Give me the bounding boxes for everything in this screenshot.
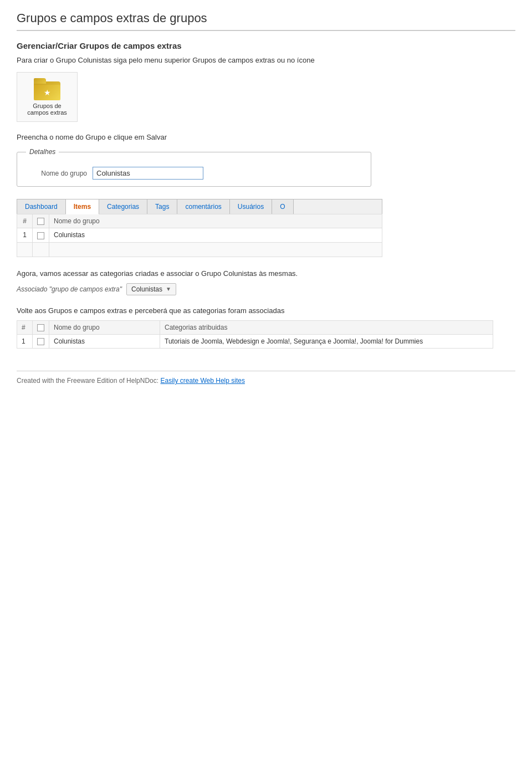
description-1: Para criar o Grupo Colunistas siga pelo … bbox=[17, 56, 515, 64]
col2-num-header: # bbox=[17, 320, 33, 334]
row-checkbox[interactable] bbox=[37, 232, 44, 239]
col-num-header: # bbox=[17, 214, 33, 228]
fieldset-legend: Detalhes bbox=[26, 148, 59, 156]
form-row: Nome do grupo bbox=[26, 167, 362, 180]
table-row: 1 Colunistas bbox=[17, 228, 382, 242]
section1-title: Gerenciar/Criar Grupos de campos extras bbox=[17, 41, 515, 50]
footer-text: Created with the Freeware Edition of Hel… bbox=[17, 377, 160, 385]
table-row-2: 1 Colunistas Tutoriais de Joomla, Webdes… bbox=[17, 334, 493, 348]
form-label: Nome do grupo bbox=[26, 170, 87, 177]
assoc-label: Associado "grupo de campos extra" bbox=[17, 285, 122, 293]
col2-name-header: Nome do grupo bbox=[49, 320, 160, 334]
footer-link[interactable]: Easily create Web Help sites bbox=[160, 377, 245, 385]
tab-usuarios[interactable]: Usuários bbox=[230, 199, 272, 214]
row2-checkbox[interactable] bbox=[37, 338, 44, 345]
assoc-description: Agora, vamos acessar as categorias criad… bbox=[17, 269, 515, 278]
dropdown-value: Colunistas bbox=[131, 285, 162, 293]
page-title: Grupos e campos extras de grupos bbox=[17, 11, 515, 31]
detalhes-fieldset: Detalhes Nome do grupo bbox=[17, 148, 371, 187]
assoc-label-row: Associado "grupo de campos extra" Coluni… bbox=[17, 283, 515, 295]
col-check-header bbox=[33, 214, 49, 228]
colunistas-dropdown[interactable]: Colunistas ▼ bbox=[126, 283, 176, 295]
col-name-header: Nome do grupo bbox=[49, 214, 382, 228]
assoc-section: Associado "grupo de campos extra" Coluni… bbox=[17, 283, 515, 295]
group-table-2: # Nome do grupo Categorias atribuidas 1 … bbox=[17, 320, 493, 349]
tab-comentarios[interactable]: comentários bbox=[177, 199, 229, 214]
tab-categorias[interactable]: Categorias bbox=[99, 199, 147, 214]
group-name-input[interactable] bbox=[93, 167, 203, 180]
select-all-checkbox[interactable] bbox=[37, 218, 44, 225]
dropdown-arrow-icon: ▼ bbox=[166, 286, 171, 292]
group-table-1: # Nome do grupo 1 Colunistas bbox=[17, 214, 382, 257]
tab-dashboard[interactable]: Dashboard bbox=[17, 199, 66, 214]
icon-box: ★ Grupos de campos extras bbox=[17, 72, 78, 122]
row-group-name: Colunistas bbox=[49, 228, 382, 242]
row2-name: Colunistas bbox=[49, 334, 160, 348]
col2-cats-header: Categorias atribuidas bbox=[160, 320, 493, 334]
folder-icon: ★ bbox=[34, 78, 60, 100]
table-row-empty bbox=[17, 242, 382, 257]
row2-cats: Tutoriais de Joomla, Webdesign e Joomla!… bbox=[160, 334, 493, 348]
tab-tags[interactable]: Tags bbox=[147, 199, 177, 214]
icon-label: Grupos de campos extras bbox=[25, 103, 69, 116]
tabs-row: Dashboard Items Categorias Tags comentár… bbox=[17, 199, 382, 214]
tabs-container: Dashboard Items Categorias Tags comentár… bbox=[17, 199, 382, 257]
step-description-2: Preencha o nome do Grupo e clique em Sal… bbox=[17, 133, 515, 141]
row-num: 1 bbox=[17, 228, 33, 242]
tab-other[interactable]: O bbox=[272, 199, 293, 214]
row2-num: 1 bbox=[17, 334, 33, 348]
footer: Created with the Freeware Edition of Hel… bbox=[17, 371, 515, 385]
col2-check-header bbox=[33, 320, 49, 334]
tab-items[interactable]: Items bbox=[66, 199, 99, 214]
description-3: Volte aos Grupos e campos extras e perce… bbox=[17, 306, 515, 315]
select-all-checkbox-2[interactable] bbox=[37, 324, 44, 331]
